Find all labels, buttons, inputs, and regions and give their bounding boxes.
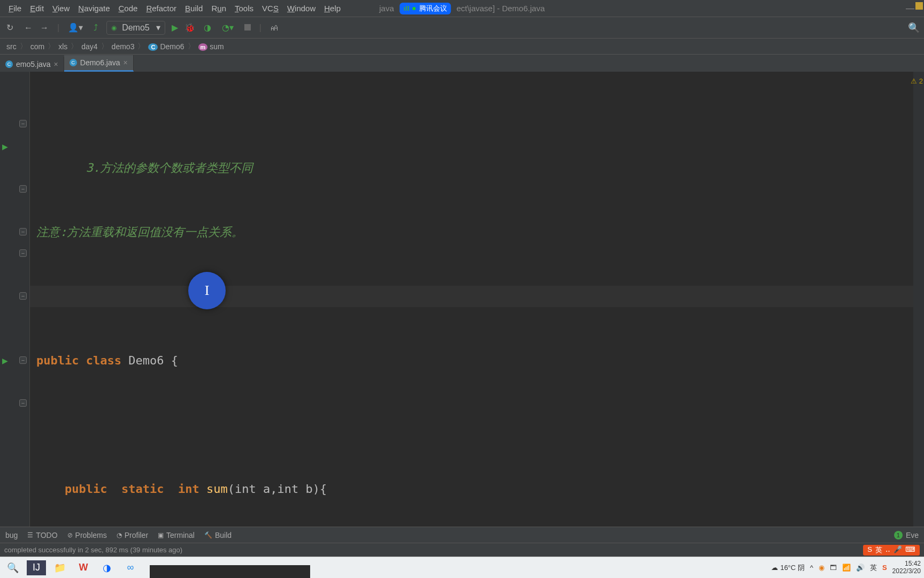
inspection-badge[interactable]: ⚠2 <box>911 77 923 85</box>
menu-file[interactable]: FFileile <box>4 2 26 15</box>
status-message: completed successfully in 2 sec, 892 ms … <box>4 546 182 554</box>
tool-build[interactable]: 🔨Build <box>204 531 232 539</box>
close-icon[interactable]: × <box>54 60 58 69</box>
menu-view[interactable]: View <box>48 2 74 15</box>
profile-button[interactable]: ◔▾ <box>220 22 236 33</box>
tool-debug[interactable]: bug <box>5 531 18 539</box>
tab-demo5[interactable]: C emo5.java × <box>0 57 64 72</box>
profiler-icon: ◔ <box>117 531 122 539</box>
tool-profiler[interactable]: ◔Profiler <box>117 531 148 539</box>
wifi-icon[interactable]: 📶 <box>842 564 851 572</box>
wps-icon[interactable]: W <box>74 560 93 575</box>
method-icon: m <box>198 43 208 51</box>
code-area[interactable]: 3.方法的参数个数或者类型不同 注意:方法重载和返回值没有一点关系。 */ pu… <box>30 72 913 527</box>
user-icon[interactable]: 👤▾ <box>66 22 85 33</box>
tool-terminal[interactable]: ▣Terminal <box>158 531 195 539</box>
tray-app-icon[interactable]: ◉ <box>819 564 825 572</box>
crumb-xls[interactable]: xls <box>56 42 70 51</box>
battery-icon[interactable]: 🗔 <box>830 564 837 572</box>
fold-icon[interactable]: − <box>19 120 27 127</box>
close-icon[interactable]: × <box>123 58 127 67</box>
run-gutter-icon[interactable]: ▶ <box>2 142 8 151</box>
tab-demo6[interactable]: C Demo6.java × <box>64 55 134 72</box>
crumb-demo3[interactable]: demo3 <box>110 42 137 51</box>
editor-tabs: C emo5.java × C Demo6.java × <box>0 55 924 72</box>
status-bar: completed successfully in 2 sec, 892 ms … <box>0 543 924 557</box>
menu-refactor[interactable]: Refactor <box>142 2 181 15</box>
coverage-button[interactable]: ◑ <box>202 22 213 33</box>
ime-indicator[interactable]: S 英 ‥ 🎤 ⌨ <box>863 545 920 556</box>
tencent-meeting-pill[interactable]: ıll 腾讯会议 <box>399 3 451 14</box>
build-icon: 🔨 <box>204 531 212 539</box>
intellij-icon[interactable]: IJ <box>27 560 46 575</box>
debug-button[interactable]: 🐞 <box>184 22 195 33</box>
date: 2022/3/20 <box>892 568 921 575</box>
baidu-netdisk-icon[interactable]: ∞ <box>121 560 140 575</box>
crumb-class[interactable]: CDemo6 <box>146 42 186 51</box>
menu-vcs[interactable]: VCS <box>258 2 283 15</box>
fold-icon[interactable]: − <box>19 356 27 364</box>
tool-window-bar: bug ☰TODO ⊘Problems ◔Profiler ▣Terminal … <box>0 527 924 543</box>
ime-lang-indicator[interactable]: 英 <box>870 563 877 573</box>
menu-edit[interactable]: Edit <box>26 2 48 15</box>
sogou-icon[interactable]: S <box>882 564 887 572</box>
weather-widget[interactable]: ☁ 16°C 阴 <box>771 563 805 573</box>
tab-label: Demo6.java <box>80 58 120 67</box>
search-icon[interactable]: 🔍 <box>3 560 22 575</box>
crumb-src[interactable]: src <box>4 42 19 51</box>
dark-overlay <box>150 565 310 578</box>
event-log[interactable]: 1 Eve <box>894 531 919 539</box>
system-tray: ☁ 16°C 阴 ^ ◉ 🗔 📶 🔊 英 S 15:42 2022/3/20 <box>771 560 921 574</box>
menu-build[interactable]: Build <box>181 2 207 15</box>
crumb-method[interactable]: msum <box>196 42 226 51</box>
todo-icon: ☰ <box>27 531 33 539</box>
window-title: ect\javase] - Demo6.java <box>457 4 545 13</box>
tencent-meeting-icon[interactable]: ◑ <box>97 560 117 575</box>
java-class-icon: C <box>70 59 77 66</box>
sync-icon[interactable]: ↻ <box>4 22 16 33</box>
checkmark-icon[interactable]: ⤴ <box>91 23 100 33</box>
problems-icon: ⊘ <box>67 531 73 539</box>
event-count-badge: 1 <box>894 531 903 539</box>
window-title-prefix: java <box>379 4 394 13</box>
class-icon: C <box>148 43 158 51</box>
time: 15:42 <box>892 560 921 567</box>
menu-run[interactable]: Run <box>207 2 230 15</box>
nav-fwd-button[interactable]: → <box>38 23 51 33</box>
fold-icon[interactable]: − <box>19 249 27 257</box>
run-config-name: Demo5 <box>122 23 150 33</box>
menu-code[interactable]: Code <box>114 2 142 15</box>
file-explorer-icon[interactable]: 📁 <box>50 560 70 575</box>
clock[interactable]: 15:42 2022/3/20 <box>892 560 921 574</box>
chevron-up-icon[interactable]: ^ <box>810 564 813 572</box>
volume-icon[interactable]: 🔊 <box>856 564 865 572</box>
menu-help[interactable]: Help <box>320 2 345 15</box>
run-config-selector[interactable]: Demo5 <box>106 21 165 35</box>
menu-tools[interactable]: Tools <box>230 2 258 15</box>
fold-icon[interactable]: − <box>19 185 27 193</box>
signal-icon: ıll <box>404 4 410 12</box>
tool-todo[interactable]: ☰TODO <box>27 531 57 539</box>
crumb-day4[interactable]: day4 <box>79 42 99 51</box>
windows-taskbar: 🔍 IJ 📁 W ◑ ∞ ☁ 16°C 阴 ^ ◉ 🗔 📶 🔊 英 S 15:4… <box>0 557 924 578</box>
search-everywhere-button[interactable]: 🔍 <box>908 22 920 34</box>
title-area: java ıll 腾讯会议 ect\javase] - Demo6.java <box>379 3 544 14</box>
fold-icon[interactable]: − <box>19 228 27 235</box>
nav-back-button[interactable]: ← <box>22 23 35 33</box>
cursor-highlight-icon: I <box>188 272 226 309</box>
fold-icon[interactable]: − <box>19 292 27 300</box>
menu-navigate[interactable]: Navigate <box>74 2 114 15</box>
crumb-com[interactable]: com <box>28 42 47 51</box>
tencent-label: 腾讯会议 <box>419 4 447 13</box>
editor[interactable]: − ▶ − − − − ▶ − − 3.方法的参数个数或者类型不同 注意:方法重… <box>0 72 924 527</box>
stop-button[interactable] <box>242 23 253 33</box>
tool-problems[interactable]: ⊘Problems <box>67 531 107 539</box>
fold-icon[interactable]: − <box>19 399 27 407</box>
menu-window[interactable]: Window <box>283 2 320 15</box>
run-button[interactable]: ▶ <box>172 22 178 33</box>
keyboard-icon: ⌨ <box>905 545 915 555</box>
run-gutter-icon[interactable]: ▶ <box>2 356 8 365</box>
breadcrumb: src〉 com〉 xls〉 day4〉 demo3〉 CDemo6〉 msum <box>0 39 924 55</box>
translate-icon[interactable]: 🗚 <box>268 23 281 33</box>
mic-icon: 🎤 <box>894 545 902 555</box>
